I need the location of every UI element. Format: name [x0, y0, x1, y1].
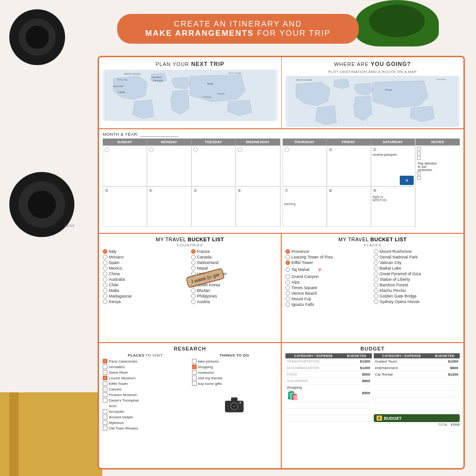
- bucket-countries-title: MY TRAVEL BUCKET LIST: [103, 237, 277, 242]
- budget-row-tours: Guided Tours $1000: [374, 358, 460, 365]
- check-taj: [285, 267, 290, 272]
- world-map-right: ARCTIC OCEAN Russia Kuril Islands: [285, 76, 460, 127]
- svg-point-18: [233, 405, 236, 408]
- thursday-header: THURSDAY: [283, 139, 327, 145]
- svg-text:(Denmark): (Denmark): [153, 79, 163, 82]
- check-canada: [191, 255, 196, 259]
- budget-table-left: CATEGORY / EXPENSE BUDGETED TRANSPORTATI…: [285, 353, 372, 422]
- camera-decoration: [0, 0, 84, 102]
- bucket-item-austria: Austria: [191, 299, 278, 304]
- check-delphi: [103, 415, 107, 419]
- bucket-item-provence: Provence: [285, 249, 372, 254]
- budget-total-label: TOTAL $7000: [374, 423, 460, 426]
- budget-row-transport: TRANSPORTATION $1000: [285, 358, 372, 365]
- svg-rect-19: [231, 397, 238, 401]
- tours-label: Guided Tours: [374, 358, 430, 365]
- notes-header: NOTES: [416, 139, 460, 145]
- budget-right-col: CATEGORY / EXPENSE BUDGETED Guided Tours…: [374, 353, 460, 426]
- note-checkbox-3: [417, 156, 421, 160]
- accommodation-amount: $1200: [342, 365, 372, 371]
- check-eiffel-r: [103, 381, 107, 386]
- cal-header-right: THURSDAY FRIDAY SATURDAY: [283, 139, 415, 145]
- check-switzerland: [191, 260, 196, 265]
- cal-cell-sat1: ② receive passport 🛂: [371, 145, 415, 186]
- cal-cell-fri1: ②: [327, 145, 371, 186]
- bucket-item-italy: Italy: [103, 249, 189, 254]
- entertainment-amount: $800: [430, 365, 460, 371]
- tuesday-header: TUESDAY: [192, 139, 236, 145]
- bucket-item-canada: Canada: [191, 255, 278, 259]
- budget-row-entertainment: entertainment $800: [374, 365, 460, 371]
- bucket-item-baikal: Baikal Lake: [374, 266, 460, 271]
- header-line1-text: CREATE AN ITINERARY AND: [174, 20, 302, 28]
- budget-row-empty-r1: [374, 378, 460, 384]
- calendar-right: THURSDAY FRIDAY SATURDAY ② ② receive p: [283, 139, 460, 229]
- bucket-item-switzerland: Switzerland: [191, 260, 278, 265]
- bucket-countries: MY TRAVEL BUCKET LIST COUNTRIES Italy Mo…: [99, 234, 282, 342]
- research-arch: Arch: [103, 403, 188, 408]
- month-year-label: MONTH & YEAR: _______________: [103, 132, 460, 137]
- check-rushmore: [374, 249, 378, 254]
- research-rhodes: Old Town Rhodes: [103, 426, 188, 430]
- bucket-item-kenya: Kenya: [103, 299, 189, 304]
- check-shopping: [192, 364, 197, 369]
- check-fuji: [285, 297, 290, 301]
- main-document: PLAN YOUR NEXT TRIP: [98, 56, 465, 469]
- bucket-item-venice: Venice Beach: [285, 291, 372, 296]
- things-col-title: THINGS TO DO: [192, 353, 278, 357]
- bucket-item-pyramid: Great Pyramid of Giza: [374, 271, 460, 276]
- budget-header-budgeted: BUDGETED: [342, 353, 372, 358]
- research-picasso: Picasso Museum: [103, 392, 188, 397]
- places-to-visit: PLACES TO VISIT Paris Catacombs. Versail…: [103, 353, 188, 431]
- header-banner: CREATE AN ITINERARY AND MAKE ARRANGEMENT…: [117, 14, 359, 44]
- check-chile: [103, 283, 107, 287]
- research-title: RESEARCH: [103, 346, 277, 351]
- bucket-item-machu: Machu Picchu: [374, 288, 460, 293]
- budget-title: BUDGET: [285, 346, 460, 351]
- cal-cell-sun2: ③: [103, 186, 147, 227]
- transport-amount: $1000: [342, 358, 372, 365]
- budget-section: BUDGET CATEGORY / EXPENSE BUDGETED: [282, 343, 463, 469]
- research-eiffel: Eiffel Tower: [103, 381, 188, 386]
- budget-footer: $ BUDGET TOTAL $7000: [374, 414, 460, 426]
- svg-point-20: [239, 402, 241, 403]
- sunday-header: SUNDAY: [103, 139, 147, 145]
- bucket-item-vatican: Vatican City: [374, 260, 460, 265]
- research-gifts: buy some gifts: [192, 381, 278, 386]
- check-louvre: [103, 376, 107, 380]
- budget-row-empty2: [285, 409, 372, 415]
- bucket-item-times-square: Times Square: [285, 285, 372, 290]
- check-iguazu: [285, 302, 290, 307]
- budget-row-empty-r2: [374, 384, 460, 391]
- check-friends: [192, 376, 197, 380]
- check-venice: [285, 291, 290, 296]
- research-cannes: Cannes: [103, 387, 188, 391]
- bucket-item-rushmore: Mount Rushmore: [374, 249, 460, 254]
- check-monaco: [103, 255, 107, 259]
- check-pictures: [192, 359, 197, 364]
- souvenirs-amount: $800: [342, 378, 372, 384]
- svg-text:ARCTIC OCEAN: ARCTIC OCEAN: [296, 79, 312, 81]
- budget-table-right: CATEGORY / EXPENSE BUDGETED Guided Tours…: [374, 353, 460, 410]
- check-machu: [374, 288, 378, 293]
- cal-cell-tue2: ⑤: [192, 186, 236, 227]
- calendar-section: MONTH & YEAR: _______________ SUNDAY MON…: [99, 129, 463, 234]
- check-versailles: [103, 364, 107, 369]
- cal-cell-wed2: ⑥: [236, 186, 280, 227]
- check-seine: [103, 370, 107, 375]
- check-kenya: [103, 299, 107, 304]
- header-line2-rest: FOR YOUR TRIP: [254, 29, 331, 38]
- research-delphi: Ancient Delphi: [103, 415, 188, 419]
- transport-label: TRANSPORTATION: [285, 358, 342, 365]
- bucket-item-iguazu: Iguazu Falls: [285, 302, 372, 307]
- header-line1: CREATE AN ITINERARY AND: [136, 20, 340, 29]
- bucket-item-bamboo: Bamboo Forest: [374, 283, 460, 287]
- rental-label: Car Rental: [374, 371, 430, 378]
- bucket-item-eiffel: Eiffel Tower: [285, 260, 372, 265]
- budget-columns: CATEGORY / EXPENSE BUDGETED TRANSPORTATI…: [285, 353, 460, 426]
- check-cannes: [103, 387, 107, 391]
- saturday-header: SATURDAY: [371, 139, 415, 145]
- bucket-item-spain: Spain: [103, 260, 189, 265]
- bucket-item-monaco: Monaco: [103, 255, 189, 259]
- bucket-item-alps: Alps: [285, 280, 372, 284]
